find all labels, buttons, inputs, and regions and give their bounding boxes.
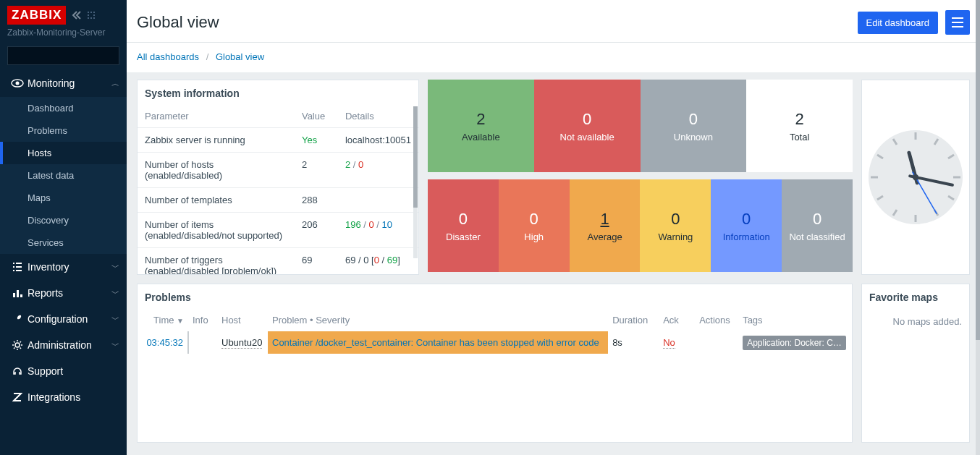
nav-integrations-label: Integrations <box>28 391 119 403</box>
sidebar-item-services[interactable]: Services <box>0 231 127 254</box>
sidebar-item-hosts[interactable]: Hosts <box>0 142 127 164</box>
svg-point-3 <box>16 82 20 85</box>
tile-label: High <box>524 231 544 242</box>
sysinfo-row: Number of items (enabled/disabled/not su… <box>138 213 418 248</box>
nav-monitoring-sub: DashboardProblemsHostsLatest dataMapsDis… <box>0 97 127 254</box>
sysinfo-value: 69 <box>295 248 338 276</box>
tile-not-classified[interactable]: 0Not classified <box>782 179 853 272</box>
tile-label: Total <box>790 132 809 143</box>
logo[interactable]: ZABBIX <box>7 6 66 25</box>
problem-tags[interactable]: Application: Docker: C… <box>738 331 852 354</box>
sidebar-item-problems[interactable]: Problems <box>0 119 127 142</box>
breadcrumb-separator: / <box>206 51 209 62</box>
sysinfo-row: Number of templates288 <box>138 188 418 213</box>
search-box[interactable] <box>7 46 119 65</box>
eye-icon <box>7 77 28 90</box>
sysinfo-details <box>338 188 418 213</box>
problem-severity[interactable]: Container /docker_test_container: Contai… <box>268 331 608 354</box>
system-information-title: System information <box>138 80 418 105</box>
tile-label: Not available <box>560 132 614 143</box>
hamburger-icon <box>952 17 963 27</box>
nav-administration[interactable]: Administration ﹀ <box>0 332 127 358</box>
tile-count: 0 <box>583 110 591 129</box>
sidebar-item-discovery[interactable]: Discovery <box>0 209 127 231</box>
list-icon <box>7 261 28 273</box>
tile-information[interactable]: 0Information <box>711 179 782 272</box>
tile-total[interactable]: 2Total <box>746 80 853 172</box>
problems-header[interactable]: Duration <box>608 309 659 331</box>
problems-header[interactable]: Actions <box>695 309 738 331</box>
tile-average[interactable]: 1Average <box>570 179 641 272</box>
problems-header[interactable]: Tags <box>738 309 852 331</box>
chevron-down-icon: ﹀ <box>111 288 119 299</box>
nav-configuration[interactable]: Configuration ﹀ <box>0 306 127 332</box>
sysinfo-scrollbar[interactable] <box>413 106 418 258</box>
nav-inventory-label: Inventory <box>28 261 111 273</box>
tile-label: Disaster <box>446 231 481 242</box>
nav-support[interactable]: Support <box>0 358 127 384</box>
page-scrollbar[interactable] <box>976 0 980 455</box>
sysinfo-header-value: Value <box>295 105 338 128</box>
sysinfo-details: localhost:10051 <box>338 128 418 153</box>
problems-header[interactable]: Info <box>188 309 217 331</box>
sysinfo-value: 206 <box>295 213 338 248</box>
favorite-maps-panel: Favorite maps No maps added. <box>861 284 970 443</box>
expand-dots-icon[interactable] <box>86 10 96 20</box>
tile-label: Unknown <box>674 132 713 143</box>
sysinfo-param: Number of templates <box>138 188 295 213</box>
problem-duration: 8s <box>608 331 659 354</box>
nav-inventory[interactable]: Inventory ﹀ <box>0 254 127 280</box>
edit-dashboard-button[interactable]: Edit dashboard <box>858 12 938 34</box>
tile-label: Available <box>462 132 500 143</box>
problems-table: Time ▼InfoHostProblem • SeverityDuration… <box>138 309 852 354</box>
tile-label: Information <box>723 231 770 242</box>
tile-label: Average <box>587 231 622 242</box>
collapse-icon[interactable] <box>70 10 83 20</box>
tile-not-available[interactable]: 0Not available <box>534 80 641 172</box>
problems-panel: Problems Time ▼InfoHostProblem • Severit… <box>137 284 853 443</box>
tile-disaster[interactable]: 0Disaster <box>428 179 499 272</box>
problems-header[interactable]: Problem • Severity <box>268 309 608 331</box>
dashboard-menu-button[interactable] <box>945 10 970 35</box>
sidebar-item-maps[interactable]: Maps <box>0 187 127 209</box>
search-input[interactable] <box>12 51 121 61</box>
nav-monitoring[interactable]: Monitoring ︿ <box>0 69 127 97</box>
tile-high[interactable]: 0High <box>499 179 570 272</box>
tile-available[interactable]: 2Available <box>428 80 534 172</box>
sidebar-item-latest-data[interactable]: Latest data <box>0 164 127 187</box>
sysinfo-param: Number of hosts (enabled/disabled) <box>138 153 295 188</box>
problems-header[interactable]: Ack <box>659 309 695 331</box>
sysinfo-header-parameter: Parameter <box>138 105 295 128</box>
server-name: Zabbix-Monitoring-Server <box>7 27 119 38</box>
tile-warning[interactable]: 0Warning <box>640 179 711 272</box>
tile-label: Warning <box>658 231 693 242</box>
problem-time[interactable]: 03:45:32 <box>138 331 188 354</box>
nav-administration-label: Administration <box>28 339 111 351</box>
bar-chart-icon <box>7 287 28 299</box>
page-title: Global view <box>137 13 858 32</box>
nav-integrations[interactable]: Integrations <box>0 384 127 410</box>
problem-host[interactable]: Ubuntu20 <box>217 331 268 354</box>
tile-count: 1 <box>600 210 609 229</box>
nav-support-label: Support <box>28 365 119 377</box>
favorite-maps-empty: No maps added. <box>862 309 969 334</box>
clock-face <box>865 127 966 228</box>
problem-ack[interactable]: No <box>659 331 695 354</box>
sidebar-header: ZABBIX Zabbix-Monitoring-Server <box>0 0 127 41</box>
tile-label: Not classified <box>789 231 845 242</box>
chevron-down-icon: ﹀ <box>111 340 119 351</box>
sysinfo-row: Number of triggers (enabled/disabled [pr… <box>138 248 418 276</box>
problems-header[interactable]: Host <box>217 309 268 331</box>
sysinfo-details: 196 / 0 / 10 <box>338 213 418 248</box>
sysinfo-details: 69 / 0 [0 / 69] <box>338 248 418 276</box>
headset-icon <box>7 365 28 377</box>
breadcrumb-all-dashboards[interactable]: All dashboards <box>137 51 199 62</box>
breadcrumb-global-view[interactable]: Global view <box>216 51 264 62</box>
problems-header[interactable]: Time ▼ <box>138 309 188 331</box>
tile-unknown[interactable]: 0Unknown <box>641 80 747 172</box>
tile-count: 0 <box>459 210 468 229</box>
system-information-panel: System information Parameter Value Detai… <box>137 80 419 275</box>
problem-actions <box>695 331 738 354</box>
nav-reports[interactable]: Reports ﹀ <box>0 280 127 306</box>
sidebar-item-dashboard[interactable]: Dashboard <box>0 97 127 119</box>
